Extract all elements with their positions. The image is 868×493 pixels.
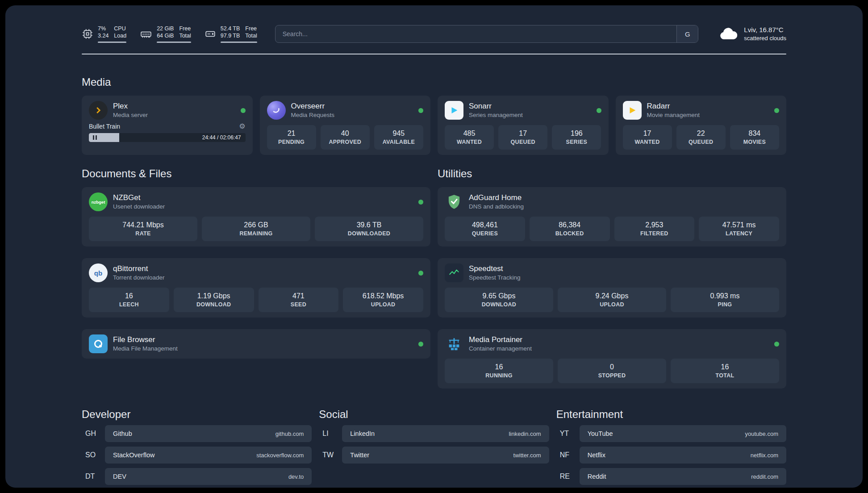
stat-tile: 21 PENDING <box>267 125 316 150</box>
stat-label: STOPPED <box>560 372 664 380</box>
stat-value: 16 <box>447 362 551 372</box>
app-name: File Browser <box>113 335 178 345</box>
bookmark-abbr: NF <box>556 451 580 459</box>
app-name: AdGuard Home <box>469 193 524 203</box>
stat-label: DOWNLOADED <box>317 230 421 238</box>
bookmark-link-dev[interactable]: DEV dev.to <box>105 468 312 485</box>
bookmark-row: GH Github github.com <box>82 425 312 442</box>
bookmark-link-stackoverflow[interactable]: StackOverflow stackoverflow.com <box>105 447 312 464</box>
app-subtitle: Torrent downloader <box>113 274 165 282</box>
cpu-label: CPU <box>114 25 126 32</box>
stat-tile: 1.19 Gbps DOWNLOAD <box>174 288 254 312</box>
bookmark-link-github[interactable]: Github github.com <box>105 425 312 442</box>
portainer-card[interactable]: Media Portainer Container management 16 … <box>438 329 786 389</box>
stat-value: 618.52 Mbps <box>346 291 421 301</box>
adguard-card[interactable]: AdGuard Home DNS and adblocking 498,461 … <box>438 187 786 246</box>
portainer-icon <box>445 334 463 353</box>
bookmark-row: LI LinkedIn linkedin.com <box>319 425 549 442</box>
bookmark-abbr: YT <box>556 430 580 438</box>
stat-value: 22 <box>679 129 723 138</box>
overseerr-icon <box>267 101 286 120</box>
now-playing-title: Bullet Train <box>89 123 120 130</box>
app-subtitle: Media server <box>113 111 148 119</box>
ram-usage-bar <box>157 42 191 43</box>
weather-widget: Lviv, 16.87°C scattered clouds <box>718 25 786 42</box>
stat-tile: 618.52 Mbps UPLOAD <box>343 288 423 312</box>
radarr-card[interactable]: Radarr Movie management 17 WANTED 22 QUE… <box>616 96 787 155</box>
bookmark-row: RE Reddit reddit.com <box>556 468 786 485</box>
stat-label: WANTED <box>447 138 491 146</box>
stat-value: 471 <box>261 291 336 301</box>
stat-value: 47.571 ms <box>701 220 776 230</box>
qbittorrent-card[interactable]: qb qBittorrent Torrent downloader 16 LEE… <box>82 258 430 318</box>
disk-free-label: Free <box>245 25 257 32</box>
stat-value: 86,384 <box>532 220 607 230</box>
bookmark-row: NF Netflix netflix.com <box>556 447 786 464</box>
bookmark-link-linkedin[interactable]: LinkedIn linkedin.com <box>342 425 549 442</box>
status-dot <box>774 108 779 113</box>
nzbget-card[interactable]: nzbget NZBGet Usenet downloader 744.21 M… <box>82 187 430 246</box>
speedtest-card[interactable]: Speedtest Speedtest Tracking 9.65 Gbps D… <box>438 258 786 318</box>
search-engine-button[interactable]: G <box>676 25 698 42</box>
app-name: qBittorrent <box>113 264 165 274</box>
bookmark-row: DT DEV dev.to <box>82 468 312 485</box>
app-name: NZBGet <box>113 193 165 203</box>
bookmark-group-developer: Developer GH Github github.com SO StackO… <box>82 408 312 485</box>
bookmark-link-reddit[interactable]: Reddit reddit.com <box>580 468 786 485</box>
stat-tile: 196 SERIES <box>552 125 601 150</box>
stat-tile: 17 WANTED <box>623 125 672 150</box>
disk-free-value: 52.4 TB <box>221 25 240 32</box>
status-dot <box>418 108 423 113</box>
bookmark-link-youtube[interactable]: YouTube youtube.com <box>580 425 786 442</box>
bookmark-link-netflix[interactable]: Netflix netflix.com <box>580 447 786 464</box>
search-input[interactable] <box>275 25 677 42</box>
stat-tile: 22 QUEUED <box>676 125 726 150</box>
app-subtitle: Media Requests <box>291 111 335 119</box>
sonarr-card[interactable]: Sonarr Series management 485 WANTED 17 Q… <box>438 96 609 155</box>
section-title-utilities: Utilities <box>438 167 786 180</box>
stat-value: 40 <box>323 129 367 138</box>
stat-label: BLOCKED <box>532 230 607 238</box>
stat-label: QUEUED <box>679 138 723 146</box>
stat-value: 485 <box>447 129 491 138</box>
qbittorrent-icon: qb <box>89 263 108 282</box>
bookmark-abbr: SO <box>82 451 105 459</box>
playback-progress-bar[interactable]: 24:44 / 02:06:47 <box>89 133 246 142</box>
stat-value: 0 <box>560 362 664 372</box>
stat-tile: 16 LEECH <box>89 288 169 312</box>
stat-value: 9.24 Gbps <box>560 291 664 301</box>
stat-label: TOTAL <box>673 372 776 380</box>
plex-card[interactable]: Plex Media server Bullet Train ⚙ 24:44 /… <box>82 96 253 155</box>
stat-label: MOVIES <box>733 138 776 146</box>
disk-total-value: 97.9 TB <box>221 32 240 39</box>
app-name: Plex <box>113 101 148 111</box>
stat-tile: 17 QUEUED <box>498 125 547 150</box>
bookmark-link-twitter[interactable]: Twitter twitter.com <box>342 447 549 464</box>
bookmark-abbr: DT <box>82 472 105 480</box>
stat-label: LATENCY <box>701 230 776 238</box>
cpu-usage-bar <box>98 42 126 43</box>
bookmark-abbr: TW <box>319 451 342 459</box>
gear-icon[interactable]: ⚙ <box>239 123 245 130</box>
stat-tile: 834 MOVIES <box>730 125 779 150</box>
ram-metric: 22 GiB 64 GiB Free Total <box>140 25 191 43</box>
disk-icon <box>204 28 216 40</box>
section-title-developer: Developer <box>82 408 312 421</box>
weather-location: Lviv, 16.87°C <box>744 25 786 34</box>
stat-tile: 485 WANTED <box>445 125 494 150</box>
stat-tile: 0 STOPPED <box>558 359 666 383</box>
app-subtitle: DNS and adblocking <box>469 203 524 211</box>
radarr-icon <box>623 101 642 120</box>
bookmark-group-social: Social LI LinkedIn linkedin.com TW Twitt… <box>319 408 549 485</box>
top-bar: 7% 3.24 CPU Load <box>82 21 786 46</box>
weather-condition: scattered clouds <box>744 34 786 42</box>
plex-icon <box>89 101 108 120</box>
stat-label: SERIES <box>555 138 598 146</box>
disk-usage-bar <box>221 42 257 43</box>
progress-fill <box>89 133 119 142</box>
cloud-icon <box>718 27 739 41</box>
bookmark-row: TW Twitter twitter.com <box>319 447 549 464</box>
overseerr-card[interactable]: Overseerr Media Requests 21 PENDING 40 A… <box>260 96 431 155</box>
filebrowser-card[interactable]: File Browser Media File Management <box>82 329 430 359</box>
stat-tile: 40 APPROVED <box>321 125 370 150</box>
